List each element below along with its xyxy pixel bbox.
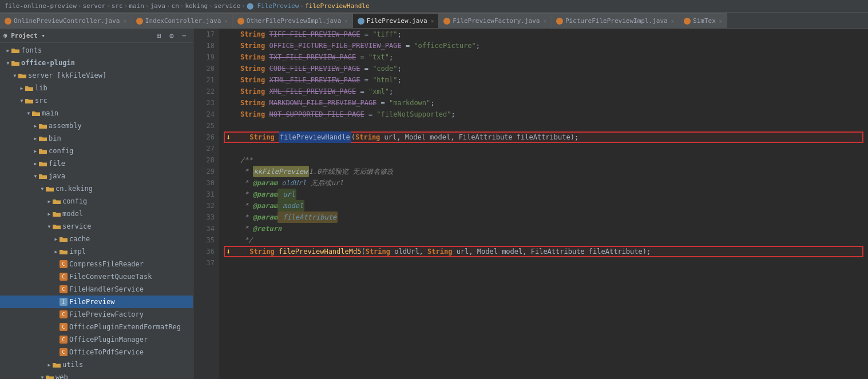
- code-token: "html": [372, 74, 397, 86]
- tab-close-icon[interactable]: ✕: [123, 18, 126, 24]
- gutter-bookmark-icon: ⬇: [226, 131, 231, 143]
- code-token: NOT_SUPPORTED_FILE_PAGE: [269, 109, 364, 120]
- tab-close-icon[interactable]: ✕: [719, 18, 722, 24]
- tree-item-server[interactable]: ▼ server [kkFileView]: [0, 69, 193, 82]
- tree-item-bin[interactable]: ▶ bin: [0, 132, 193, 145]
- tree-item-office-to-pdf[interactable]: ▶ C OfficeToPdfService: [0, 346, 193, 358]
- tree-item-src[interactable]: ▼ src: [0, 94, 193, 107]
- tree-item-file[interactable]: ▶ file: [0, 157, 193, 170]
- tab-file-preview-factory[interactable]: FilePreviewFactory.java ✕: [439, 13, 552, 28]
- code-token: *: [224, 200, 253, 212]
- tree-item-office-plugin-extend[interactable]: ▶ C OfficePluginExtendFormatReg: [0, 321, 193, 333]
- tab-file-preview[interactable]: FilePreview.java ✕: [353, 13, 439, 28]
- code-token: =: [356, 51, 368, 63]
- sidebar-minimize-icon[interactable]: −: [179, 30, 189, 41]
- tree-item-config2[interactable]: ▶ config: [0, 195, 193, 208]
- code-token: [265, 29, 269, 40]
- tab-close-icon[interactable]: ✕: [224, 18, 227, 24]
- tab-label: PictureFilePreviewImpl.java: [565, 17, 668, 25]
- sidebar-expand-icon[interactable]: ⊞: [154, 30, 164, 41]
- tree-item-web[interactable]: ▼ web: [0, 371, 193, 379]
- line-num-27: 27: [198, 143, 215, 154]
- code-token: /**: [224, 154, 253, 166]
- breadcrumb-sep: ›: [209, 2, 213, 10]
- tab-close-icon[interactable]: ✕: [671, 18, 674, 24]
- line-num-23: 23: [198, 97, 215, 109]
- code-token: [265, 63, 269, 74]
- breadcrumb-sep: ›: [124, 2, 128, 10]
- tree-item-main[interactable]: ▼ main: [0, 107, 193, 119]
- breadcrumb-part: cn: [172, 2, 179, 10]
- code-token: @param: [253, 200, 278, 212]
- code-token: model: [278, 200, 304, 212]
- code-token: *: [224, 166, 253, 177]
- tree-item-cn-keking[interactable]: ▼ cn.keking: [0, 182, 193, 195]
- tree-item-assembly[interactable]: ▶ assembly: [0, 119, 193, 132]
- tab-close-icon[interactable]: ✕: [344, 18, 347, 24]
- code-token: url: [278, 189, 296, 200]
- tree-item-model[interactable]: ▶ model: [0, 208, 193, 220]
- tab-close-icon[interactable]: ✕: [543, 18, 546, 24]
- tab-index-controller[interactable]: IndexController.java ✕: [132, 13, 233, 28]
- line-num-29: 29: [198, 166, 215, 177]
- tab-simtex[interactable]: SimTex ✕: [679, 13, 727, 28]
- tree-item-office-plugin-manager[interactable]: ▶ C OfficePluginManager: [0, 333, 193, 346]
- tree-item-service[interactable]: ▼ service: [0, 220, 193, 233]
- line-num-20: 20: [198, 63, 215, 74]
- code-token: [275, 246, 279, 257]
- tree-item-impl[interactable]: ▶ impl: [0, 245, 193, 258]
- tree-label-web: web: [56, 373, 68, 379]
- tree-item-java[interactable]: ▼ java: [0, 170, 193, 182]
- code-token: String: [240, 29, 265, 40]
- tab-icon: [556, 18, 563, 25]
- file-tree: ▶ fonts ▼ office-plugin ▼ server [kkFile…: [0, 43, 193, 379]
- line-num-30: 30: [198, 177, 215, 189]
- line-num-18: 18: [198, 40, 215, 51]
- sidebar: ⊕ Project ▾ ⊞ ⚙ − ▶ fonts ▼ office-plugi…: [0, 29, 193, 379]
- tree-arrow-src: ▼: [18, 97, 25, 104]
- tree-item-file-convert[interactable]: ▶ C FileConvertQueueTask: [0, 270, 193, 283]
- tree-item-utils[interactable]: ▶ utils: [0, 358, 193, 371]
- tab-other-file-preview[interactable]: OtherFilePreviewImpl.java ✕: [233, 13, 353, 28]
- code-token: @param: [253, 177, 278, 189]
- code-line-30: * @param oldUrl 无后续url: [224, 177, 863, 189]
- code-token: *: [224, 223, 253, 234]
- tab-close-icon[interactable]: ✕: [431, 18, 434, 24]
- tree-item-cache[interactable]: ▶ cache: [0, 233, 193, 245]
- main-layout: ⊕ Project ▾ ⊞ ⚙ − ▶ fonts ▼ office-plugi…: [0, 29, 868, 379]
- code-token: fileAttribute);: [585, 246, 651, 257]
- tab-picture-file-preview[interactable]: PictureFilePreviewImpl.java ✕: [552, 13, 679, 28]
- tree-item-config[interactable]: ▶ config: [0, 145, 193, 157]
- code-line-32: * @param model: [224, 200, 863, 212]
- tree-label-fonts: fonts: [21, 46, 42, 54]
- tree-item-file-preview-selected[interactable]: ▶ I FilePreview: [0, 296, 193, 308]
- code-token: MARKDOWN_FILE_PREVIEW_PAGE: [269, 97, 377, 109]
- tree-arrow-cn-keking: ▼: [39, 185, 46, 192]
- code-line-23: String MARKDOWN_FILE_PREVIEW_PAGE = "mar…: [224, 97, 863, 109]
- tree-item-compress-file-reader[interactable]: ▶ C CompressFileReader: [0, 258, 193, 270]
- tree-item-fonts[interactable]: ▶ fonts: [0, 44, 193, 57]
- code-token: =: [364, 109, 377, 120]
- tree-item-file-handler[interactable]: ▶ C FileHandlerService: [0, 283, 193, 296]
- code-token: ;: [451, 109, 455, 120]
- tree-item-lib[interactable]: ▶ lib: [0, 82, 193, 94]
- sidebar-settings-icon[interactable]: ⚙: [167, 30, 177, 41]
- editor-area[interactable]: 17 18 19 20 21 22 23 24 25 26 27 28 29 3…: [193, 29, 868, 379]
- file-icon-convert: C: [60, 273, 68, 281]
- code-line-20: String CODE_FILE_PREVIEW_PAGE = "code";: [224, 63, 863, 74]
- breadcrumb-part[interactable]: ⬤ FilePreview: [247, 2, 299, 10]
- code-token: oldUrl,: [390, 246, 427, 257]
- tree-label-config2: config: [62, 197, 87, 205]
- code-token: ;: [398, 74, 402, 86]
- code-token: [265, 74, 269, 86]
- folder-icon-model: [53, 211, 61, 217]
- code-token: "code": [372, 63, 397, 74]
- tree-arrow-main: ▼: [25, 110, 32, 117]
- tab-online-preview-controller[interactable]: OnlinePreviewController.java ✕: [0, 13, 132, 28]
- file-icon-factory: C: [60, 310, 68, 318]
- tree-arrow-impl: ▶: [53, 248, 60, 255]
- code-token: [224, 74, 240, 86]
- tree-item-office-plugin[interactable]: ▼ office-plugin: [0, 57, 193, 69]
- tree-item-file-preview-factory[interactable]: ▶ C FilePreviewFactory: [0, 308, 193, 321]
- code-lines[interactable]: String TIFF_FILE_PREVIEW_PAGE = "tiff"; …: [219, 29, 868, 379]
